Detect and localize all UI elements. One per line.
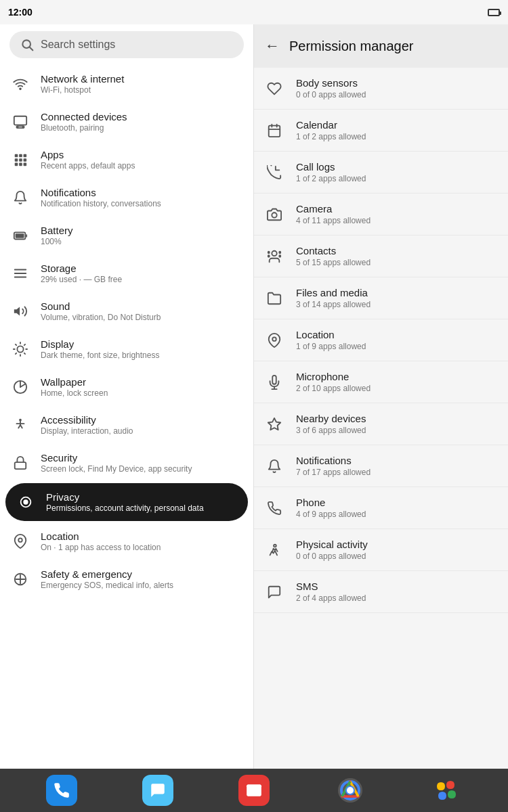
files-subtitle: 3 of 14 apps allowed: [296, 300, 371, 309]
status-icons: [488, 9, 500, 16]
accessibility-icon: [11, 415, 30, 434]
storage-icon: [11, 264, 30, 283]
sidebar-item-safety[interactable]: Safety & emergency Emergency SOS, medica…: [0, 560, 253, 598]
connected-title: Connected devices: [41, 111, 127, 122]
svg-rect-3: [14, 116, 26, 125]
apps-subtitle: Recent apps, default apps: [41, 161, 135, 171]
perm-location[interactable]: Location 1 of 9 apps allowed: [254, 319, 508, 361]
sound-icon: [11, 302, 30, 321]
sidebar-item-security[interactable]: Security Screen lock, Find My Device, ap…: [0, 444, 253, 482]
display-subtitle: Dark theme, font size, brightness: [41, 351, 159, 360]
privacy-subtitle: Permissions, account activity, personal …: [46, 503, 204, 513]
perm-camera[interactable]: Camera 4 of 11 apps allowed: [254, 194, 508, 235]
permission-header: ← Permission manager: [254, 24, 508, 68]
svg-rect-12: [24, 158, 27, 162]
perm-microphone[interactable]: Microphone 2 of 10 apps allowed: [254, 361, 508, 403]
network-subtitle: Wi-Fi, hotspot: [41, 85, 124, 95]
perm-sms[interactable]: SMS 2 of 4 apps allowed: [254, 571, 508, 613]
sidebar-item-battery[interactable]: Battery 100%: [0, 217, 253, 254]
call-logs-icon: [265, 163, 284, 182]
sidebar-item-connected[interactable]: Connected devices Bluetooth, pairing: [0, 103, 253, 141]
svg-point-45: [272, 212, 276, 217]
accessibility-subtitle: Display, interaction, audio: [41, 426, 133, 436]
sms-icon: [265, 583, 284, 602]
battery-subtitle: 100%: [41, 237, 73, 246]
sidebar-item-display[interactable]: Display Dark theme, font size, brightnes…: [0, 330, 253, 368]
location-icon: [11, 532, 30, 551]
security-icon: [11, 453, 30, 472]
display-icon: [11, 340, 30, 359]
svg-rect-50: [279, 255, 280, 257]
search-placeholder: Search settings: [41, 39, 115, 51]
sidebar-item-sound[interactable]: Sound Volume, vibration, Do Not Disturb: [0, 292, 253, 330]
perm-phone[interactable]: Phone 4 of 9 apps allowed: [254, 487, 508, 529]
svg-point-46: [272, 250, 276, 255]
right-panel-permissions: ← Permission manager Body sensors 0 of 0…: [254, 24, 508, 769]
svg-point-2: [20, 88, 21, 89]
location-pin-icon: [265, 331, 284, 350]
svg-rect-48: [268, 255, 270, 257]
sidebar-item-accessibility[interactable]: Accessibility Display, interaction, audi…: [0, 406, 253, 444]
svg-rect-47: [268, 251, 270, 253]
heart-icon: [265, 79, 284, 98]
camera-title: Camera: [296, 203, 371, 215]
mic-subtitle: 2 of 10 apps allowed: [296, 384, 371, 393]
safety-title: Safety & emergency: [41, 568, 173, 580]
storage-subtitle: 29% used · — GB free: [41, 275, 122, 284]
nav-phone-button[interactable]: [46, 775, 77, 806]
privacy-title: Privacy: [46, 491, 204, 503]
svg-rect-49: [279, 251, 280, 253]
bell-icon: [11, 188, 30, 207]
perm-physical-activity[interactable]: Physical activity 0 of 0 apps allowed: [254, 529, 508, 571]
sidebar-item-location[interactable]: Location On · 1 app has access to locati…: [0, 522, 253, 560]
svg-point-22: [17, 346, 23, 352]
nav-photos-button[interactable]: [431, 775, 462, 806]
bell-perm-icon: [265, 457, 284, 476]
svg-marker-54: [268, 418, 280, 429]
perm-contacts[interactable]: Contacts 5 of 15 apps allowed: [254, 235, 508, 277]
sidebar-item-wallpaper[interactable]: Wallpaper Home, lock screen: [0, 368, 253, 406]
calendar-icon: [265, 121, 284, 140]
search-icon: [20, 38, 34, 51]
notif-perm-title: Notifications: [296, 455, 371, 466]
svg-rect-8: [19, 154, 22, 158]
nearby-icon: [265, 415, 284, 434]
apps-icon: [11, 150, 30, 169]
sidebar-item-apps[interactable]: Apps Recent apps, default apps: [0, 141, 253, 179]
sidebar-item-storage[interactable]: Storage 29% used · — GB free: [0, 254, 253, 292]
network-text: Network & internet Wi-Fi, hotspot: [41, 73, 124, 95]
nearby-title: Nearby devices: [296, 413, 366, 424]
nav-chrome-button[interactable]: [335, 775, 366, 806]
svg-rect-41: [269, 125, 280, 137]
perm-calendar[interactable]: Calendar 1 of 2 apps allowed: [254, 110, 508, 152]
wallpaper-icon: [11, 378, 30, 397]
search-bar[interactable]: Search settings: [9, 31, 244, 58]
storage-title: Storage: [41, 263, 122, 274]
sidebar-item-privacy[interactable]: Privacy Permissions, account activity, p…: [5, 483, 248, 521]
phone-title: Phone: [296, 497, 366, 508]
location-title: Location: [41, 531, 161, 542]
devices-icon: [11, 112, 30, 131]
perm-nearby-devices[interactable]: Nearby devices 3 of 6 apps allowed: [254, 403, 508, 445]
back-button[interactable]: ←: [265, 37, 280, 55]
perm-notifications[interactable]: Notifications 7 of 17 apps allowed: [254, 445, 508, 487]
svg-marker-21: [14, 307, 20, 316]
camera-subtitle: 4 of 11 apps allowed: [296, 216, 371, 225]
sound-title: Sound: [41, 300, 161, 312]
nav-gmail-button[interactable]: [238, 775, 270, 806]
camera-icon: [265, 205, 284, 224]
battery-title: Battery: [41, 225, 73, 236]
sidebar-item-notifications[interactable]: Notifications Notification history, conv…: [0, 179, 253, 217]
perm-body-sensors[interactable]: Body sensors 0 of 0 apps allowed: [254, 68, 508, 110]
panels-wrapper: Search settings Network & internet Wi-Fi…: [0, 24, 508, 769]
sidebar-item-network[interactable]: Network & internet Wi-Fi, hotspot: [0, 65, 253, 103]
svg-point-35: [24, 500, 28, 504]
notif-subtitle: Notification history, conversations: [41, 199, 161, 208]
svg-rect-11: [19, 158, 22, 162]
perm-call-logs[interactable]: Call logs 1 of 2 apps allowed: [254, 152, 508, 194]
contacts-title: Contacts: [296, 245, 371, 256]
perm-files-media[interactable]: Files and media 3 of 14 apps allowed: [254, 277, 508, 319]
nav-messages-button[interactable]: [142, 775, 173, 806]
svg-point-37: [18, 538, 22, 542]
left-panel-settings: Search settings Network & internet Wi-Fi…: [0, 24, 254, 769]
